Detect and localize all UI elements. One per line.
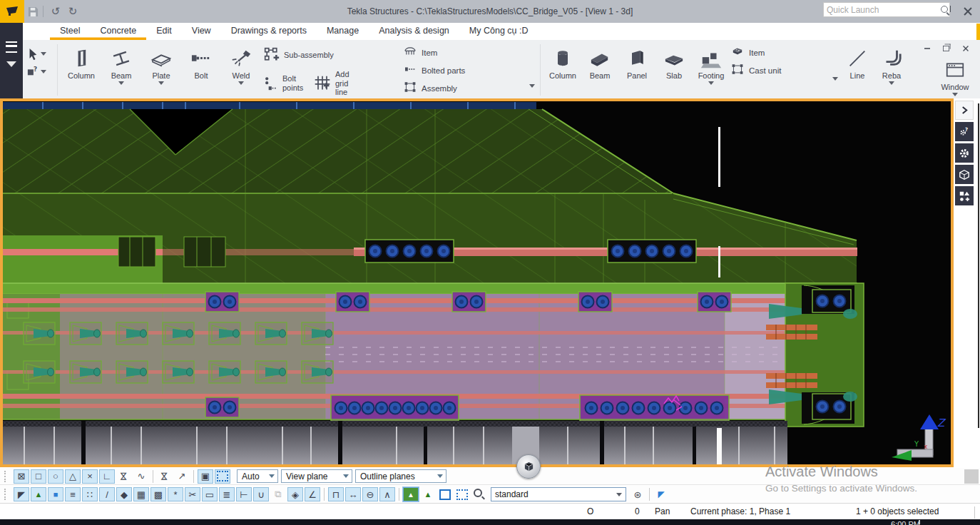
model-viewport[interactable]: Z Y x xyxy=(0,98,954,467)
select-fittings-switch[interactable]: ≣ xyxy=(219,487,235,501)
component-cube-icon[interactable] xyxy=(955,165,974,184)
concrete-column-button[interactable]: Column xyxy=(544,43,581,85)
view-minimize-icon[interactable] xyxy=(924,48,930,49)
select-distances-switch[interactable]: ∠ xyxy=(305,487,320,501)
line-button[interactable]: Line xyxy=(839,43,875,80)
snap-reference-points[interactable]: ⊠ xyxy=(14,469,29,484)
panel-button[interactable]: Panel xyxy=(618,43,655,85)
select-all-switch[interactable]: ◤ xyxy=(14,487,29,501)
add-grid-line-button[interactable]: Add grid line xyxy=(314,70,354,97)
select-objects-in-components-switch[interactable] xyxy=(437,487,453,501)
select-single-bolts-switch[interactable]: ∪ xyxy=(253,487,269,501)
snap-intersection-points[interactable]: × xyxy=(82,469,98,484)
snap-any-position[interactable]: ⋈ xyxy=(158,469,172,484)
separator[interactable] xyxy=(397,487,402,501)
window-button[interactable]: Window xyxy=(933,54,977,96)
assembly-dropdown-icon[interactable] xyxy=(529,84,535,88)
separator[interactable] xyxy=(322,487,327,501)
select-assemblies-switch[interactable]: ▲ xyxy=(403,487,419,501)
separator[interactable] xyxy=(150,469,155,484)
snap-circle-points[interactable]: ○ xyxy=(48,469,63,484)
tab-drawings-reports[interactable]: Drawings & reports xyxy=(221,23,317,40)
select-grid-points-switch[interactable]: ∷ xyxy=(82,487,98,501)
close-button[interactable] xyxy=(961,5,974,18)
select-grid-lines-switch[interactable]: ▩ xyxy=(150,487,166,501)
tab-steel[interactable]: Steel xyxy=(50,23,91,40)
search-icon[interactable] xyxy=(940,5,946,15)
select-grids-switch[interactable]: ▦ xyxy=(133,487,149,501)
mesh-filter-icon[interactable]: ⊛ xyxy=(630,487,645,501)
weld-button[interactable]: Weld xyxy=(221,43,261,85)
snap-line-extensions[interactable]: ⋈ xyxy=(117,469,131,484)
tab-my-cong-cu[interactable]: My Công cụ :D xyxy=(459,23,539,40)
footing-button[interactable]: Footing xyxy=(693,43,730,85)
sub-assembly-button[interactable]: Sub-assembly xyxy=(264,47,399,63)
tab-concrete[interactable]: Concrete xyxy=(91,23,147,40)
select-single-rebar-switch[interactable]: ↔ xyxy=(345,487,361,501)
steel-item-button[interactable]: Item xyxy=(404,46,512,60)
settings-gear-icon[interactable] xyxy=(955,143,974,163)
ribbon-collapse-icon[interactable] xyxy=(6,61,16,67)
view-restore-icon[interactable] xyxy=(943,46,949,51)
snap-geometry-points[interactable]: □ xyxy=(31,469,46,484)
snap-nearest-points[interactable]: ∿ xyxy=(133,469,149,484)
navigation-ball[interactable] xyxy=(516,454,541,479)
assembly-button[interactable]: Assembly xyxy=(404,81,512,96)
select-rebar-group-switch[interactable]: ⊖ xyxy=(362,487,378,501)
concrete-item-button[interactable]: Item xyxy=(731,46,815,59)
outline-planes-select[interactable]: Outline planes xyxy=(355,469,446,483)
side-pane-expand-button[interactable] xyxy=(955,101,974,120)
select-objects-in-assemblies-switch[interactable] xyxy=(454,487,470,501)
snap-free[interactable]: ↗ xyxy=(174,469,190,484)
work-plane-select[interactable]: View plane xyxy=(281,469,352,483)
snap-grid-toggle[interactable] xyxy=(215,469,230,484)
cast-unit-dropdown-icon[interactable] xyxy=(832,77,838,81)
select-views-switch[interactable]: ▭ xyxy=(202,487,218,501)
select-bolts-switch[interactable]: ⊢ xyxy=(236,487,252,501)
select-rebar-set-switch[interactable]: ∧ xyxy=(379,487,395,501)
shapes-catalog-icon[interactable] xyxy=(955,186,974,205)
steel-column-button[interactable]: Column xyxy=(61,43,101,85)
rebar-button[interactable]: Reba xyxy=(875,43,908,85)
select-reinforcement-switch[interactable]: ⊓ xyxy=(328,487,344,501)
steel-beam-button[interactable]: Beam xyxy=(101,43,141,85)
select-welds-switch[interactable]: * xyxy=(168,487,183,501)
toolbar-grip[interactable] xyxy=(4,471,9,482)
select-tool-button[interactable] xyxy=(27,47,46,60)
concrete-beam-button[interactable]: Beam xyxy=(581,43,618,85)
select-cast-units-switch[interactable]: ▲ xyxy=(420,487,436,501)
toolbar-grip[interactable] xyxy=(4,489,9,500)
zoom-selected-switch[interactable] xyxy=(471,487,487,501)
snap-ortho[interactable]: ▣ xyxy=(198,469,213,484)
file-menu-icon[interactable] xyxy=(6,41,17,53)
selection-filter-combo[interactable]: standard xyxy=(491,487,626,501)
properties-help-icon[interactable]: ? xyxy=(955,122,974,141)
bridge-model-3d-view[interactable]: Z Y x xyxy=(3,101,951,464)
bolted-parts-button[interactable]: Bolted parts xyxy=(404,64,512,77)
select-parts-switch[interactable]: ▲ xyxy=(31,487,46,501)
plate-button[interactable]: Plate xyxy=(141,43,181,85)
select-lines-switch[interactable]: / xyxy=(99,487,115,501)
select-objects-switch[interactable]: ◆ xyxy=(116,487,132,501)
drag-and-drop-switch[interactable]: ◤ xyxy=(653,487,669,501)
view-close-icon[interactable] xyxy=(963,46,969,51)
separator[interactable] xyxy=(191,469,196,484)
show-desktop-button[interactable] xyxy=(919,520,920,524)
select-planes-switch[interactable]: ◈ xyxy=(287,487,303,501)
bolt-points-button[interactable]: Bolt points xyxy=(264,70,307,97)
snap-depth-select[interactable]: Auto xyxy=(237,469,278,483)
tab-edit[interactable]: Edit xyxy=(146,23,182,40)
select-grid-switch[interactable]: ≡ xyxy=(65,487,81,501)
snap-mid-points[interactable]: △ xyxy=(65,469,81,484)
tab-manage[interactable]: Manage xyxy=(317,23,369,40)
quick-launch-input[interactable] xyxy=(824,5,940,15)
snap-perpendicular-points[interactable]: ∟ xyxy=(99,469,115,484)
slab-button[interactable]: Slab xyxy=(655,43,693,85)
select-components-switch[interactable]: ⧉ xyxy=(270,487,286,501)
select-cuts-switch[interactable]: ✂ xyxy=(185,487,200,501)
tab-analysis-design[interactable]: Analysis & design xyxy=(369,23,459,40)
inquire-tool-button[interactable]: ? xyxy=(27,66,46,77)
select-points-switch[interactable]: ■ xyxy=(48,487,63,501)
bolt-button[interactable]: Bolt xyxy=(181,43,221,85)
tab-view[interactable]: View xyxy=(182,23,221,40)
